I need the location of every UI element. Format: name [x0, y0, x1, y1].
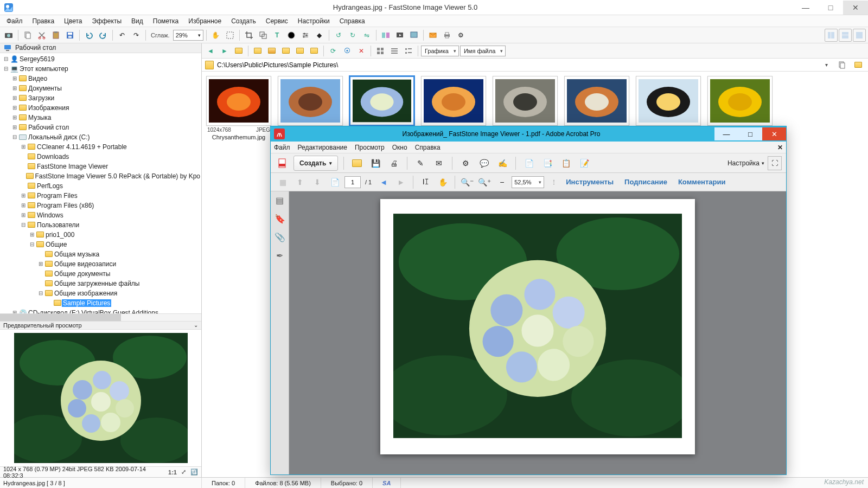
tree-item[interactable]: FastStone Image Viewer 5.0 RePack (& Por…	[0, 171, 201, 181]
acrobat-action4-button[interactable]: 📝	[577, 156, 592, 171]
view-details-button[interactable]	[402, 44, 415, 57]
tree-item[interactable]: ⊞💿CD-дисковод (F:) VirtualBox Guest Addi…	[0, 308, 201, 313]
path-input[interactable]	[217, 61, 822, 69]
acrobat-zoom-in-button[interactable]: 🔍⁺	[477, 175, 492, 190]
acrobat-bookmark-panel-icon[interactable]: 🔖	[275, 213, 285, 224]
menu-item-справка[interactable]: Справка	[335, 16, 369, 26]
tree-expander-icon[interactable]: ⊟	[11, 134, 18, 140]
tree-item[interactable]: ⊞Program Files (x86)	[0, 201, 201, 210]
acrobat-select-tool[interactable]: Iꕯ	[418, 175, 433, 190]
rotate-right-button[interactable]: ↷	[130, 29, 143, 42]
tree-item[interactable]: Общие загруженные файлы	[0, 279, 201, 288]
menu-item-пометка[interactable]: Пометка	[149, 16, 183, 26]
nav-move-button[interactable]	[293, 44, 307, 57]
path-open-button[interactable]	[852, 59, 865, 72]
nav-up-button[interactable]	[232, 44, 245, 57]
nav-new-folder-button[interactable]	[279, 44, 292, 57]
adjustments-button[interactable]	[299, 29, 312, 42]
undo-button[interactable]	[82, 29, 95, 42]
acrobat-hand-tool[interactable]: ✋	[435, 175, 450, 190]
acrobat-menu-просмотр[interactable]: Просмотр	[355, 144, 385, 151]
flip-h-icon[interactable]: ⇋	[360, 29, 373, 42]
fullscreen-button[interactable]	[853, 29, 866, 42]
menu-item-вид[interactable]: Вид	[127, 16, 148, 26]
acrobat-tab-подписание[interactable]: Подписание	[624, 178, 667, 186]
tree-expander-icon[interactable]: ⊞	[20, 202, 27, 208]
tree-item[interactable]: Общие документы	[0, 269, 201, 279]
acrobat-action3-button[interactable]: 📋	[558, 156, 573, 171]
redo-button[interactable]	[97, 29, 110, 42]
text-button[interactable]: T	[271, 29, 284, 42]
ratio-indicator[interactable]: 1:1	[168, 469, 177, 476]
tree-expander-icon[interactable]: ⊞	[20, 192, 27, 198]
acrobat-page-nav-button[interactable]: 📄	[327, 175, 342, 190]
acrobat-tab-комментарии[interactable]: Комментарии	[678, 178, 726, 186]
print-button[interactable]	[441, 29, 454, 42]
acrobat-close-button[interactable]: ✕	[762, 127, 786, 140]
nav-forward-button[interactable]: ►	[218, 44, 231, 57]
acrobat-document-area[interactable]	[289, 191, 786, 474]
acrobat-action1-button[interactable]: 📄	[521, 156, 537, 171]
tree-item[interactable]: ⊞Общие видеозаписи	[0, 259, 201, 269]
rotate-left-button[interactable]: ↶	[116, 29, 129, 42]
tree-item[interactable]: Общая музыка	[0, 249, 201, 259]
menu-item-настройки[interactable]: Настройки	[293, 16, 334, 26]
acrobat-gear-button[interactable]: ⚙	[458, 156, 473, 171]
tree-item[interactable]: ⊟Пользователи	[0, 220, 201, 230]
tree-expander-icon[interactable]: ⊞	[11, 105, 18, 111]
select-all-button[interactable]: ⦿	[341, 44, 354, 57]
acrobat-menu-редактирование[interactable]: Редактирование	[298, 144, 347, 151]
select-tool-button[interactable]	[224, 29, 237, 42]
acrobat-menu-файл[interactable]: Файл	[274, 144, 290, 151]
tree-expander-icon[interactable]: ⊟	[2, 56, 10, 62]
tree-item[interactable]: ⊞Program Files	[0, 191, 201, 201]
acrobat-zoom-more-button[interactable]: ⋮	[546, 175, 561, 190]
acrobat-email-button[interactable]: ✉	[431, 156, 446, 171]
acrobat-titlebar[interactable]: Изображений_ FastStone Image Viewer - 1.…	[271, 126, 786, 142]
refresh-button[interactable]: ⟳	[327, 44, 340, 57]
tree-expander-icon[interactable]: ⊞	[37, 261, 44, 267]
tree-item[interactable]: ⊞Видео	[0, 74, 201, 84]
save-button[interactable]	[63, 29, 76, 42]
view-layout1-button[interactable]	[825, 29, 838, 42]
tree-expander-icon[interactable]: ⊟	[2, 66, 10, 72]
path-dropdown-icon[interactable]: ▾	[825, 62, 828, 68]
acrobat-menu-справка[interactable]: Справка	[415, 144, 441, 151]
acrobat-menu-окно[interactable]: Окно	[392, 144, 407, 151]
tree-item[interactable]: ⊞Рабочий стол	[0, 123, 201, 132]
menu-item-правка[interactable]: Правка	[28, 16, 59, 26]
menu-item-избранное[interactable]: Избранное	[184, 16, 226, 26]
acrobat-create-button[interactable]: Создать▾	[293, 156, 338, 171]
acrobat-thumbnails-button[interactable]: ▦	[275, 175, 290, 190]
slideshow-button[interactable]	[393, 29, 406, 42]
nav-favorite-button[interactable]	[265, 44, 278, 57]
tree-expander-icon[interactable]: ⊞	[11, 114, 18, 120]
acrobat-maximize-button[interactable]: □	[738, 127, 762, 140]
acquire-button[interactable]	[2, 29, 15, 42]
acrobat-zoom-minus-button[interactable]: −	[494, 175, 509, 190]
zoom-combo[interactable]: 29%▾	[173, 30, 203, 41]
tree-item[interactable]: ⊞Загрузки	[0, 93, 201, 103]
menu-item-сервис[interactable]: Сервис	[261, 16, 292, 26]
tree-item[interactable]: ⊟👤Sergey5619	[0, 54, 201, 64]
acrobat-action2-button[interactable]: 📑	[540, 156, 555, 171]
acrobat-next-view-button[interactable]: ►	[393, 175, 409, 190]
acrobat-sign-button[interactable]: ✍	[495, 156, 510, 171]
menu-item-файл[interactable]: Файл	[2, 16, 27, 26]
tree-expander-icon[interactable]: ⊞	[11, 85, 18, 91]
acrobat-prev-view-button[interactable]: ◄	[376, 175, 391, 190]
tree-item[interactable]: ⊟Общие	[0, 240, 201, 249]
menu-item-создать[interactable]: Создать	[227, 16, 260, 26]
delete-button[interactable]: ✕	[355, 44, 368, 57]
menu-item-цвета[interactable]: Цвета	[60, 16, 86, 26]
rotate-cw-icon[interactable]: ↻	[346, 29, 359, 42]
menu-item-эффекты[interactable]: Эффекты	[88, 16, 126, 26]
tree-expander-icon[interactable]: ⊞	[11, 124, 18, 130]
acrobat-open-button[interactable]	[349, 156, 365, 171]
view-list-button[interactable]	[388, 44, 401, 57]
tree-item[interactable]: Downloads	[0, 152, 201, 162]
tree-item[interactable]: ⊞prio1_000	[0, 230, 201, 240]
view-thumbnail-button[interactable]	[374, 44, 387, 57]
thumbnail-item[interactable]: 1024x768JPEGChrysanthemum.jpg	[206, 76, 271, 140]
tree-item[interactable]: PerfLogs	[0, 181, 201, 191]
